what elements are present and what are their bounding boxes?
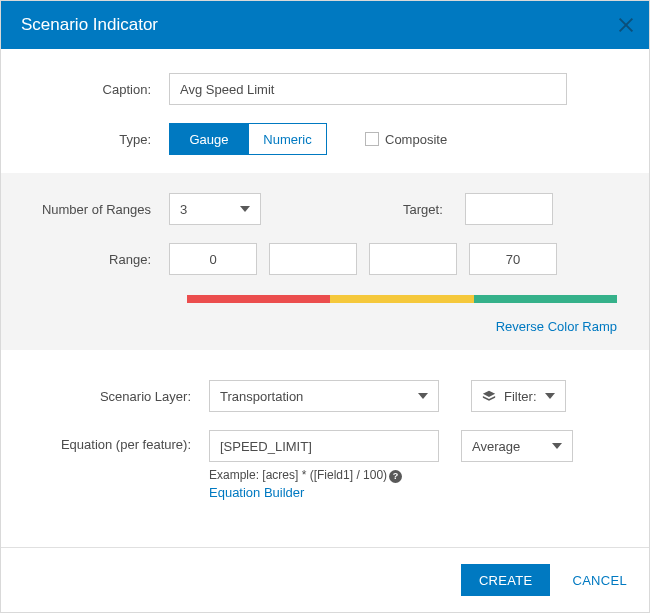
composite-label: Composite [385,132,447,147]
close-icon[interactable] [617,16,635,34]
scenario-layer-value: Transportation [220,389,303,404]
aggregate-select[interactable]: Average [461,430,573,462]
scenario-layer-select[interactable]: Transportation [209,380,439,412]
num-ranges-value: 3 [180,202,187,217]
aggregate-value: Average [472,439,520,454]
target-label: Target: [403,202,443,217]
equation-label: Equation (per feature): [19,430,209,454]
reverse-ramp-link[interactable]: Reverse Color Ramp [496,319,617,334]
num-ranges-row: Number of Ranges 3 Target: [19,193,617,225]
dialog-header: Scenario Indicator [1,1,649,49]
caption-label: Caption: [19,82,169,97]
chevron-down-icon [545,393,555,399]
ramp-segment-green [474,295,617,303]
layers-icon [482,389,496,403]
range-row: Range: [19,243,617,275]
filter-label: Filter: [504,389,537,404]
target-input[interactable] [465,193,553,225]
range-input-1[interactable] [269,243,357,275]
dialog-body: Caption: Type: Gauge Numeric Composite N… [1,49,649,547]
composite-checkbox-wrap[interactable]: Composite [365,132,447,147]
equation-input[interactable] [209,430,439,462]
caption-input[interactable] [169,73,567,105]
create-button[interactable]: CREATE [461,564,551,596]
type-gauge-button[interactable]: Gauge [170,124,248,154]
dialog-footer: CREATE CANCEL [1,547,649,612]
chevron-down-icon [552,443,562,449]
range-input-0[interactable] [169,243,257,275]
dialog-title: Scenario Indicator [21,15,158,35]
range-input-2[interactable] [369,243,457,275]
filter-button[interactable]: Filter: [471,380,566,412]
range-input-3[interactable] [469,243,557,275]
ramp-segment-red [187,295,330,303]
composite-checkbox[interactable] [365,132,379,146]
chevron-down-icon [418,393,428,399]
scenario-indicator-dialog: Scenario Indicator Caption: Type: Gauge … [0,0,650,613]
caption-row: Caption: [19,73,617,105]
ramp-segment-yellow [330,295,473,303]
cancel-button[interactable]: CANCEL [572,573,627,588]
type-toggle: Gauge Numeric [169,123,327,155]
num-ranges-select[interactable]: 3 [169,193,261,225]
num-ranges-label: Number of Ranges [19,202,169,217]
equation-example: Example: [acres] * ([Field1] / 100) [209,468,387,482]
type-numeric-button[interactable]: Numeric [248,124,326,154]
scenario-layer-row: Scenario Layer: Transportation Filter: [19,380,617,412]
type-row: Type: Gauge Numeric Composite [19,123,617,155]
equation-builder-link[interactable]: Equation Builder [209,485,304,500]
range-label: Range: [19,252,169,267]
help-icon[interactable]: ? [389,470,402,483]
chevron-down-icon [240,206,250,212]
color-ramp [187,295,617,303]
scenario-layer-label: Scenario Layer: [19,389,209,404]
gauge-config-section: Number of Ranges 3 Target: Range: [1,173,649,350]
type-label: Type: [19,132,169,147]
equation-row: Equation (per feature): Average Example:… [19,430,617,500]
